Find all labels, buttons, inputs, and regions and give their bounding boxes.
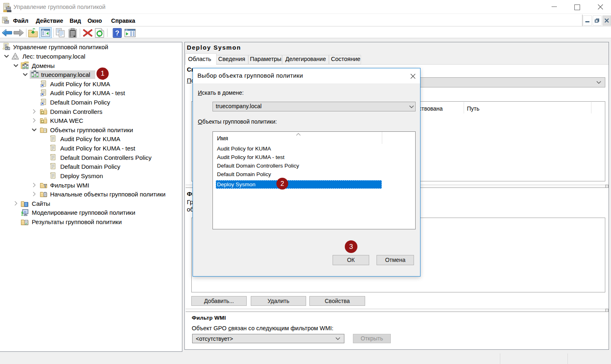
svg-text:?: ? [115,29,119,37]
